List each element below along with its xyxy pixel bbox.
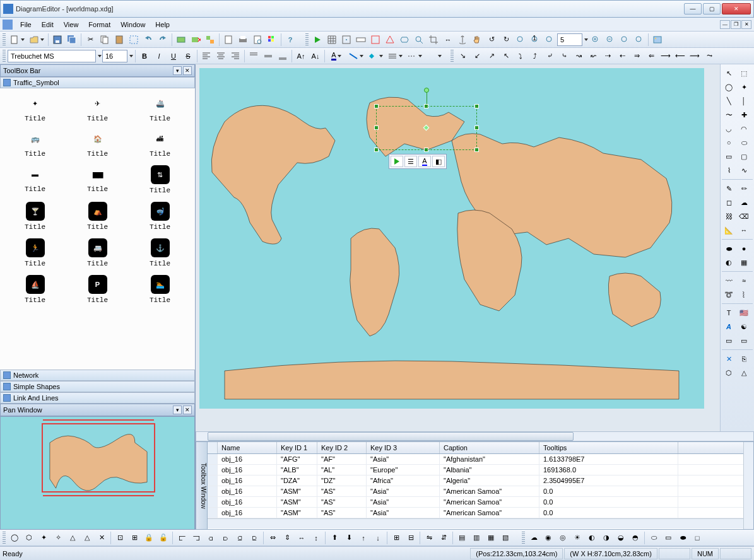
wave1-tool[interactable]: 〰 bbox=[722, 274, 736, 287]
underline-button[interactable]: U bbox=[167, 49, 180, 63]
effect-11[interactable]: ⬬ bbox=[676, 531, 690, 545]
spiral-tool[interactable]: ➰ bbox=[722, 288, 736, 301]
delete-shape-button[interactable]: ✕ bbox=[189, 33, 203, 47]
float-play-button[interactable] bbox=[391, 156, 403, 167]
same-width[interactable]: ↔ bbox=[295, 531, 309, 545]
symbol-monitor[interactable]: ▆▆Title bbox=[68, 164, 127, 195]
align-top-shapes[interactable]: ⫐ bbox=[218, 531, 232, 545]
page-setup-button[interactable] bbox=[221, 33, 235, 47]
table-row[interactable]: obj_16"ALB""AL""Europe""Albania"1691368.… bbox=[208, 465, 743, 475]
float-fill-button[interactable]: ◧ bbox=[432, 156, 445, 167]
symbol-airplane[interactable]: ✈Title bbox=[68, 93, 127, 124]
font-size-combo[interactable]: 16 bbox=[102, 50, 127, 62]
mdi-minimize-button[interactable]: — bbox=[720, 20, 730, 29]
vline-tool[interactable]: │ bbox=[737, 95, 751, 107]
save-all-button[interactable] bbox=[65, 33, 79, 47]
circle-fill-tool[interactable]: ● bbox=[737, 242, 751, 255]
float-properties-button[interactable]: ☰ bbox=[404, 156, 417, 167]
layer-2[interactable]: ▥ bbox=[469, 531, 483, 545]
toolbox-menu-button[interactable]: ▾ bbox=[173, 66, 182, 75]
effect-1[interactable]: ☁ bbox=[527, 531, 541, 545]
rotate-right-button[interactable]: ↻ bbox=[499, 33, 513, 47]
oval-fill-tool[interactable]: ⬬ bbox=[722, 242, 736, 255]
crop-button[interactable] bbox=[427, 33, 440, 47]
connector-18-button[interactable]: ⤳ bbox=[702, 49, 716, 63]
symbol-barrier[interactable]: ▬Title bbox=[5, 164, 65, 195]
bounds-button[interactable] bbox=[368, 33, 382, 47]
cut-button[interactable]: ✂ bbox=[83, 33, 97, 47]
align-middle-button[interactable] bbox=[261, 49, 275, 63]
box-tool[interactable]: ▭ bbox=[722, 334, 736, 347]
connector-9-button[interactable]: ↝ bbox=[572, 49, 586, 63]
effect-2[interactable]: ◉ bbox=[541, 531, 555, 545]
italic-button[interactable]: I bbox=[152, 49, 166, 63]
bring-forward[interactable]: ↑ bbox=[356, 531, 370, 545]
symbol-compass[interactable]: ✦Title bbox=[5, 93, 65, 124]
shape-tool-5[interactable]: △ bbox=[66, 531, 80, 545]
zoom-value-input[interactable] bbox=[557, 33, 582, 46]
table-row[interactable]: obj_16"DZA""DZ""Africa""Algeria"2.350499… bbox=[208, 475, 743, 486]
connector-4-button[interactable]: ↖ bbox=[499, 49, 513, 63]
symbol-running[interactable]: 🏃Title bbox=[5, 237, 65, 269]
layer-1[interactable]: ▤ bbox=[455, 531, 469, 545]
toolbar-grip[interactable] bbox=[3, 33, 6, 46]
connector-8-button[interactable]: ⤷ bbox=[557, 49, 571, 63]
cloud-tool[interactable]: ☁ bbox=[737, 196, 751, 209]
node-tool[interactable]: ✦ bbox=[737, 81, 751, 93]
text-tool[interactable]: T bbox=[722, 306, 736, 319]
wave2-tool[interactable]: ≈ bbox=[737, 274, 751, 287]
connector-14-button[interactable]: ⇐ bbox=[644, 49, 658, 63]
toolbox-category-simple-shapes[interactable]: Simple Shapes bbox=[0, 381, 195, 392]
connector-12-button[interactable]: ⇠ bbox=[615, 49, 629, 63]
toolbar-grip-2[interactable] bbox=[305, 33, 309, 46]
ellipse-tool[interactable]: ⬭ bbox=[737, 136, 751, 149]
play-button[interactable] bbox=[310, 33, 324, 47]
pencil-tool[interactable]: ✏ bbox=[737, 182, 751, 195]
table-row[interactable]: obj_16"ASM""AS""Asia""American Samoa"0.0 bbox=[208, 486, 743, 497]
layer-3[interactable]: ▦ bbox=[484, 531, 498, 545]
hexagon-tool[interactable]: ⬡ bbox=[722, 366, 736, 379]
effect-5[interactable]: ◐ bbox=[585, 531, 599, 545]
connector-3-button[interactable]: ↗ bbox=[485, 49, 498, 63]
selection-outline[interactable] bbox=[376, 106, 477, 150]
frame-tool[interactable]: ▭ bbox=[737, 334, 751, 347]
image-button[interactable] bbox=[651, 33, 664, 47]
effect-12[interactable]: □ bbox=[690, 531, 704, 545]
zoom-selection-button[interactable] bbox=[618, 33, 632, 47]
fill-color-button[interactable] bbox=[366, 49, 385, 63]
new-button[interactable] bbox=[8, 33, 27, 47]
symbol-parking[interactable]: PTitle bbox=[68, 274, 127, 305]
connector-2-button[interactable]: ↙ bbox=[470, 49, 484, 63]
strikethrough-button[interactable]: S bbox=[181, 49, 195, 63]
menu-window[interactable]: Window bbox=[115, 20, 150, 30]
font-family-combo[interactable]: Trebuchet MS bbox=[8, 50, 96, 62]
decrease-font-button[interactable]: A↓ bbox=[309, 49, 322, 63]
connector-10-button[interactable]: ↜ bbox=[586, 49, 600, 63]
increase-font-button[interactable]: A↑ bbox=[294, 49, 308, 63]
symbol-diving[interactable]: 🤿Title bbox=[130, 201, 190, 232]
effect-3[interactable]: ◎ bbox=[556, 531, 570, 545]
align-top-button[interactable] bbox=[247, 49, 261, 63]
distribute-v[interactable]: ⇕ bbox=[280, 531, 294, 545]
curve-tool[interactable]: 〜 bbox=[722, 108, 736, 121]
arrange-2[interactable]: ⊞ bbox=[127, 531, 141, 545]
shape-tool-6[interactable]: △ bbox=[80, 531, 94, 545]
effect-9[interactable]: ⬭ bbox=[647, 531, 661, 545]
hexagon-tool-button[interactable] bbox=[398, 33, 411, 47]
callout-tool[interactable]: ◻ bbox=[722, 196, 736, 209]
connector-15-button[interactable]: ⟶ bbox=[659, 49, 673, 63]
layer-4[interactable]: ▧ bbox=[498, 531, 512, 545]
arc-tool[interactable]: ◡ bbox=[722, 122, 736, 135]
lock-button[interactable]: 🔒 bbox=[142, 531, 156, 545]
pan-button[interactable] bbox=[470, 33, 484, 47]
symbol-anchor[interactable]: ⚓Title bbox=[130, 237, 190, 269]
bezier-tool[interactable]: ∿ bbox=[737, 164, 751, 177]
roundrect-tool[interactable]: ▢ bbox=[737, 150, 751, 163]
arrange-1[interactable]: ⊡ bbox=[113, 531, 127, 545]
anchor-button[interactable] bbox=[456, 33, 469, 47]
canvas-hscrollbar[interactable] bbox=[196, 431, 754, 441]
select-tool[interactable]: ⬚ bbox=[737, 67, 751, 79]
toolbox-category-link-lines[interactable]: Link And Lines bbox=[0, 392, 195, 404]
connector-7-button[interactable]: ⤶ bbox=[543, 49, 557, 63]
zoom-page-button[interactable] bbox=[543, 33, 557, 47]
